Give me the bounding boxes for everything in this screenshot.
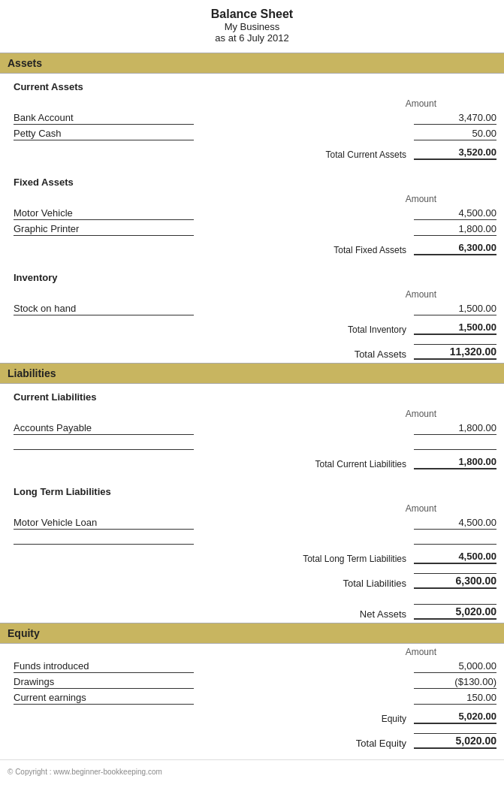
copyright-text: © Copyright : www.beginner-bookkeeping.c… [8, 768, 162, 776]
total-fixed-assets-amount: 6,300.00 [414, 242, 496, 255]
total-long-term-liabilities-label: Total Long Term Liabilities [8, 554, 414, 564]
equity-header: Equity [0, 623, 504, 644]
total-long-term-liabilities-row: Total Long Term Liabilities 4,500.00 [8, 546, 496, 567]
motor-vehicle-amount: 4,500.00 [414, 207, 496, 220]
funds-introduced-amount: 5,000.00 [414, 660, 496, 673]
total-liabilities-amount: 6,300.00 [414, 573, 496, 589]
total-inventory-row: Total Inventory 1,500.00 [8, 317, 496, 338]
accounts-payable-label: Accounts Payable [14, 422, 194, 435]
current-liabilities-amount-header: Amount [8, 406, 496, 421]
net-assets-amount: 5,020.00 [414, 604, 496, 620]
line-item: Motor Vehicle Loan 4,500.00 [14, 515, 496, 531]
blank-label [14, 438, 194, 450]
total-fixed-assets-label: Total Fixed Assets [8, 245, 414, 255]
total-equity-amount: 5,020.00 [414, 733, 496, 749]
total-inventory-amount: 1,500.00 [414, 321, 496, 335]
total-assets-label: Total Assets [355, 349, 414, 360]
line-item: Stock on hand 1,500.00 [14, 301, 496, 317]
assets-section: Assets Current Assets Amount Bank Accoun… [0, 53, 504, 363]
equity-subtotal-row: Equity 5,020.00 [8, 706, 496, 727]
line-item: Bank Account 3,470.00 [14, 110, 496, 126]
current-assets-title: Current Assets [8, 74, 496, 95]
equity-body: Amount Funds introduced 5,000.00 Drawing… [0, 644, 504, 752]
blank-amount [414, 533, 496, 545]
net-assets-label: Net Assets [360, 608, 414, 620]
liabilities-body: Current Liabilities Amount Accounts Paya… [0, 384, 504, 623]
line-item: Petty Cash 50.00 [14, 126, 496, 142]
inventory-title: Inventory [8, 264, 496, 286]
total-fixed-assets-row: Total Fixed Assets 6,300.00 [8, 237, 496, 258]
blank-line [14, 531, 496, 546]
stock-on-hand-amount: 1,500.00 [414, 303, 496, 315]
bank-account-amount: 3,470.00 [414, 112, 496, 125]
funds-introduced-label: Funds introduced [14, 660, 194, 673]
liabilities-header: Liabilities [0, 363, 504, 384]
equity-subtotal-amount: 5,020.00 [414, 711, 496, 724]
balance-sheet-page: Balance Sheet My Business as at 6 July 2… [0, 0, 504, 791]
total-current-liabilities-amount: 1,800.00 [414, 456, 496, 469]
long-term-liabilities-amount-header: Amount [8, 500, 496, 515]
current-assets-amount-header: Amount [8, 95, 496, 110]
total-current-liabilities-row: Total Current Liabilities 1,800.00 [8, 451, 496, 472]
blank-line [14, 436, 496, 451]
total-assets-row: Total Assets 11,320.00 [8, 338, 496, 363]
total-long-term-liabilities-amount: 4,500.00 [414, 551, 496, 564]
long-term-liabilities-title: Long Term Liabilities [8, 478, 496, 500]
current-earnings-amount: 150.00 [414, 692, 496, 705]
accounts-payable-amount: 1,800.00 [414, 422, 496, 435]
page-title: Balance Sheet [0, 8, 504, 21]
total-assets-amount: 11,320.00 [414, 344, 496, 360]
page-header: Balance Sheet My Business as at 6 July 2… [0, 8, 504, 44]
line-item: Drawings ($130.00) [14, 675, 496, 690]
total-equity-label: Total Equity [356, 738, 414, 749]
fixed-assets-title: Fixed Assets [8, 169, 496, 191]
total-current-liabilities-label: Total Current Liabilities [8, 459, 414, 469]
liabilities-section: Liabilities Current Liabilities Amount A… [0, 363, 504, 623]
line-item: Current earnings 150.00 [14, 690, 496, 706]
net-assets-row: Net Assets 5,020.00 [8, 598, 496, 623]
report-date: as at 6 July 2012 [0, 32, 504, 44]
total-current-assets-label: Total Current Assets [8, 149, 414, 160]
graphic-printer-amount: 1,800.00 [414, 223, 496, 236]
total-current-assets-row: Total Current Assets 3,520.00 [8, 142, 496, 163]
graphic-printer-label: Graphic Printer [14, 223, 194, 236]
blank-amount [414, 438, 496, 450]
business-name: My Business [0, 21, 504, 32]
drawings-label: Drawings [14, 676, 194, 689]
drawings-amount: ($130.00) [414, 676, 496, 689]
assets-body: Current Assets Amount Bank Account 3,470… [0, 74, 504, 363]
total-liabilities-row: Total Liabilities 6,300.00 [8, 567, 496, 592]
equity-amount-header: Amount [8, 644, 496, 659]
motor-vehicle-loan-label: Motor Vehicle Loan [14, 517, 194, 530]
petty-cash-amount: 50.00 [414, 128, 496, 140]
total-current-assets-amount: 3,520.00 [414, 146, 496, 160]
line-item: Graphic Printer 1,800.00 [14, 222, 496, 237]
blank-label [14, 533, 194, 545]
current-liabilities-title: Current Liabilities [8, 384, 496, 406]
equity-subtotal-label: Equity [8, 714, 414, 724]
bank-account-label: Bank Account [14, 112, 194, 125]
total-liabilities-label: Total Liabilities [343, 578, 414, 589]
total-inventory-label: Total Inventory [8, 324, 414, 335]
motor-vehicle-label: Motor Vehicle [14, 207, 194, 220]
inventory-amount-header: Amount [8, 286, 496, 301]
total-equity-row: Total Equity 5,020.00 [8, 727, 496, 752]
line-item: Motor Vehicle 4,500.00 [14, 206, 496, 222]
stock-on-hand-label: Stock on hand [14, 303, 194, 315]
petty-cash-label: Petty Cash [14, 128, 194, 140]
equity-section: Equity Amount Funds introduced 5,000.00 … [0, 623, 504, 752]
fixed-assets-amount-header: Amount [8, 191, 496, 206]
assets-header: Assets [0, 53, 504, 74]
page-footer: © Copyright : www.beginner-bookkeeping.c… [0, 759, 504, 776]
motor-vehicle-loan-amount: 4,500.00 [414, 517, 496, 530]
current-earnings-label: Current earnings [14, 692, 194, 705]
line-item: Funds introduced 5,000.00 [14, 659, 496, 675]
line-item: Accounts Payable 1,800.00 [14, 421, 496, 436]
